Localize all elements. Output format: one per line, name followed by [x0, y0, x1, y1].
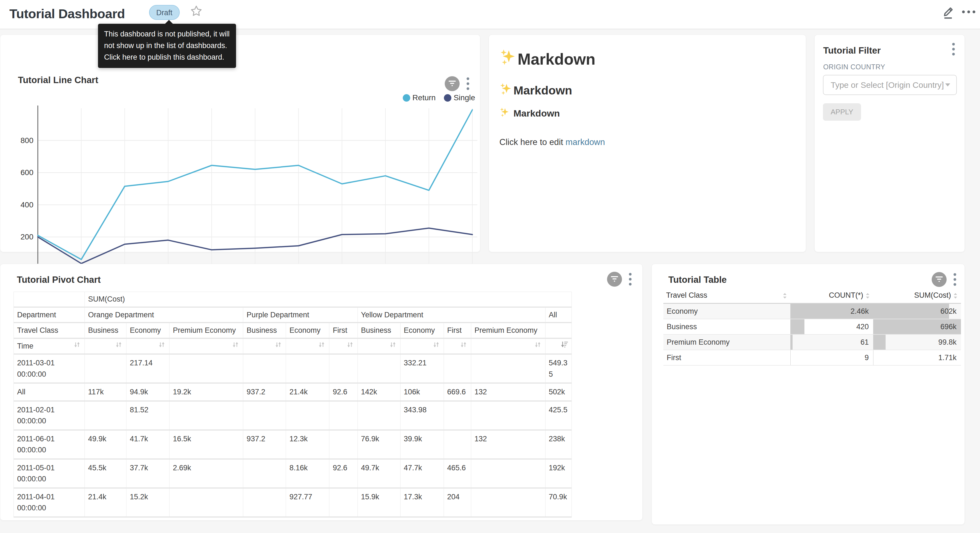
filter-menu-icon[interactable] — [951, 42, 956, 57]
sort-caret-icon[interactable] — [782, 292, 788, 299]
legend-item-return[interactable]: Return — [403, 93, 436, 102]
cell-sum: 1.71k — [873, 350, 961, 365]
pivot-chart-card: Tutorial Pivot Chart SUM(Cost)Department… — [0, 264, 643, 520]
pivot-value-cell — [444, 401, 471, 430]
select-placeholder: Type or Select [Origin Country] — [830, 80, 945, 90]
origin-country-select[interactable]: Type or Select [Origin Country] — [823, 75, 957, 95]
pivot-value-cell: 549.35 — [545, 354, 571, 383]
pivot-sort-cell — [400, 338, 444, 354]
legend-dot — [403, 94, 410, 102]
pivot-class-cell: Economy — [400, 322, 444, 338]
table-header-row: Travel ClassCOUNT(*)SUM(Cost) — [663, 288, 961, 303]
sort-caret-icon[interactable] — [953, 292, 958, 299]
pivot-row-label: All — [14, 383, 85, 401]
pivot-value-cell: 94.9k — [126, 383, 170, 401]
pivot-class-cell: Premium Economy — [170, 322, 243, 338]
pivot-value-cell — [329, 430, 358, 459]
pivot-class-cell: Economy — [286, 322, 329, 338]
legend-item-single[interactable]: Single — [444, 93, 475, 102]
line-chart-title: Tutorial Line Chart — [18, 75, 98, 85]
pivot-value-cell: 92.6 — [329, 383, 358, 401]
apply-button[interactable]: APPLY — [823, 103, 861, 121]
data-table: Travel ClassCOUNT(*)SUM(Cost)Economy2.46… — [663, 288, 961, 365]
more-menu-icon[interactable] — [961, 8, 976, 16]
sort-icon[interactable] — [459, 340, 468, 349]
pivot-value-cell: 49.9k — [85, 430, 126, 459]
sort-icon[interactable] — [317, 340, 326, 349]
cross-filter-icon[interactable] — [445, 76, 460, 91]
markdown-edit-link[interactable]: markdown — [566, 137, 605, 147]
chart-menu-icon[interactable] — [466, 76, 470, 92]
cross-filter-icon[interactable] — [932, 272, 947, 287]
pivot-value-cell: 217.14 — [126, 354, 170, 383]
col-header-sum-cost[interactable]: SUM(Cost) — [873, 288, 961, 303]
pivot-sort-cell-sorted — [545, 338, 571, 354]
cell-sum: 99.8k — [873, 334, 961, 350]
chevron-down-icon — [945, 83, 950, 86]
pivot-value-cell: 15.9k — [358, 488, 400, 517]
pivot-table: SUM(Cost)DepartmentOrange DepartmentPurp… — [14, 292, 572, 517]
sort-icon[interactable] — [432, 340, 440, 349]
sort-icon[interactable] — [346, 340, 354, 349]
col-header-count[interactable]: COUNT(*) — [790, 288, 873, 303]
pivot-row-label: 2011-05-01 00:00:00 — [14, 459, 85, 488]
edit-dashboard-icon[interactable] — [941, 4, 956, 20]
pivot-value-cell — [243, 354, 286, 383]
favorite-star-icon[interactable] — [190, 5, 203, 18]
table-row[interactable]: Business420696k — [663, 319, 961, 334]
y-tick-label: 800 — [21, 136, 33, 145]
line-chart[interactable]: 200400600800FebruaryMarchAprilMayJuneJul… — [0, 104, 480, 286]
sparkles-icon — [500, 49, 517, 69]
pivot-value-cell: 15.2k — [126, 488, 170, 517]
sort-icon[interactable] — [389, 340, 397, 349]
sort-desc-icon[interactable] — [560, 340, 568, 349]
filter-card-title: Tutorial Filter — [823, 45, 881, 56]
cross-filter-icon[interactable] — [607, 272, 622, 287]
pivot-sort-cell — [85, 338, 126, 354]
table-row[interactable]: Economy2.46k602k — [663, 303, 961, 319]
pivot-sort-cell — [444, 338, 471, 354]
pivot-value-cell: 76.9k — [358, 430, 400, 459]
pivot-sort-cell — [286, 338, 329, 354]
sort-icon[interactable] — [115, 340, 123, 349]
cell-travel-class: Economy — [663, 303, 790, 319]
pivot-value-cell — [471, 459, 545, 488]
pivot-sort-cell — [126, 338, 170, 354]
sort-icon[interactable] — [158, 340, 166, 349]
table-row[interactable]: Premium Economy6199.8k — [663, 334, 961, 350]
pivot-value-cell: 937.2 — [243, 383, 286, 401]
chart-menu-icon[interactable] — [953, 272, 957, 287]
sparkles-icon — [500, 107, 510, 120]
markdown-card: Markdown Markdown Markdown Click here to… — [488, 35, 806, 252]
pivot-sort-cell — [358, 338, 400, 354]
status-badge[interactable]: Draft — [149, 5, 180, 20]
sparkles-icon — [500, 83, 512, 98]
pivot-value-cell: 81.52 — [126, 401, 170, 430]
pivot-value-cell — [471, 354, 545, 383]
table-row[interactable]: First91.71k — [663, 350, 961, 365]
sort-icon[interactable] — [534, 340, 542, 349]
pivot-sort-cell — [170, 338, 243, 354]
filter-card: Tutorial Filter ORIGIN COUNTRY Type or S… — [815, 35, 965, 252]
sort-caret-icon[interactable] — [865, 292, 870, 299]
markdown-h1: Markdown — [500, 49, 797, 69]
sort-icon[interactable] — [231, 340, 240, 349]
pivot-value-cell: 106k — [400, 383, 444, 401]
pivot-value-cell: 37.7k — [126, 459, 170, 488]
pivot-value-cell: 142k — [358, 383, 400, 401]
pivot-row-label: 2011-04-01 00:00:00 — [14, 488, 85, 517]
pivot-row-label: 2011-03-01 00:00:00 — [14, 354, 85, 383]
pivot-value-cell — [444, 430, 471, 459]
pivot-value-cell — [85, 354, 126, 383]
sort-icon[interactable] — [73, 340, 81, 349]
pivot-value-cell: 45.5k — [85, 459, 126, 488]
pivot-time-header: Time — [14, 338, 85, 354]
sort-icon[interactable] — [274, 340, 282, 349]
pivot-row: All117k94.9k19.2k937.221.4k92.6142k106k6… — [14, 383, 572, 401]
chart-menu-icon[interactable] — [628, 272, 632, 287]
col-header-travel-class[interactable]: Travel Class — [663, 288, 790, 303]
pivot-value-cell: 425.5 — [545, 401, 571, 430]
pivot-value-cell: 343.98 — [400, 401, 444, 430]
cell-count: 61 — [790, 334, 873, 350]
pivot-value-cell — [170, 488, 243, 517]
